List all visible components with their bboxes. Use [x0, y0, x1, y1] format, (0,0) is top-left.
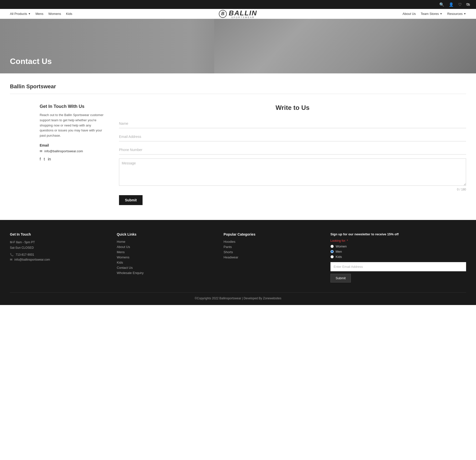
contact-form: 0 / 180 Submit [119, 119, 466, 205]
mail-icon: ✉ [10, 258, 12, 261]
copyright-text: ©Copyrights 2022 Ballinsportswear | Deve… [195, 297, 281, 300]
nav-right: About Us Team Stores ▼ Resources ▼ [403, 12, 466, 16]
message-textarea[interactable] [119, 158, 466, 186]
phone-icon: 📞 [10, 253, 14, 256]
footer-get-in-touch: Get In Touch M-F 8am - 5pm PT Sat-Sun CL… [10, 232, 107, 282]
footer-contact-title: Get In Touch [10, 232, 107, 236]
chevron-down-icon: ▼ [440, 12, 442, 15]
chevron-down-icon: ▼ [464, 12, 466, 15]
radio-women[interactable]: Women [330, 245, 466, 248]
newsletter-title: Sign up for our newsletter to receive 15… [330, 232, 466, 236]
footer-cat-shorts[interactable]: Shorts [224, 250, 321, 254]
nav-kids[interactable]: Kids [66, 12, 72, 16]
nav-about-us[interactable]: About Us [403, 12, 416, 16]
footer-popular-categories: Popular Categories Hoodies Pants Shorts … [224, 232, 321, 282]
hero-section: Contact Us [0, 19, 476, 73]
contact-email-link[interactable]: ✉ info@ballinsportswear.com [40, 149, 104, 153]
user-icon[interactable]: 👤 [449, 2, 454, 7]
contact-info-panel: Get In Touch With Us Reach out to the Ba… [10, 104, 104, 161]
footer-hours2: Sat-Sun CLOSED [10, 245, 107, 251]
looking-for-label: Looking for: * [330, 239, 466, 243]
footer-bottom: ©Copyrights 2022 Ballinsportswear | Deve… [10, 292, 466, 300]
radio-men[interactable]: Men [330, 250, 466, 253]
nav-resources[interactable]: Resources ▼ [447, 12, 466, 16]
top-bar: 🔍 👤 ♡ 🛍 [0, 0, 476, 9]
footer-link-home[interactable]: Home [117, 240, 214, 244]
facebook-icon[interactable]: f [40, 157, 41, 161]
section-title: Ballin Sportswear [10, 83, 466, 90]
footer-cat-pants[interactable]: Pants [224, 245, 321, 249]
search-icon[interactable]: 🔍 [439, 2, 444, 7]
footer-link-about[interactable]: About Us [117, 245, 214, 249]
envelope-icon: ✉ [40, 149, 42, 153]
newsletter-submit-button[interactable]: Submit [330, 274, 351, 282]
footer-quick-links-title: Quick Links [117, 232, 214, 236]
footer-quick-links: Quick Links Home About Us Mens Womens Ki… [117, 232, 214, 282]
email-label: Email [40, 143, 104, 147]
contact-form-panel: Write to Us 0 / 180 Submit [119, 104, 466, 205]
char-count: 0 / 180 [119, 188, 466, 191]
header: All Products ▼ Mens Womens Kids B BALLIN… [0, 9, 476, 19]
logo[interactable]: B BALLIN SPORTSWEAR [219, 9, 257, 19]
contact-email-text: info@ballinsportswear.com [44, 149, 83, 153]
logo-sub: SPORTSWEAR [229, 16, 257, 19]
hero-image [214, 19, 476, 73]
footer-cat-hoodies[interactable]: Hoodies [224, 240, 321, 244]
nav-all-products[interactable]: All Products ▼ [10, 12, 30, 16]
name-input[interactable] [119, 119, 466, 128]
form-title: Write to Us [119, 104, 466, 112]
submit-button[interactable]: Submit [119, 195, 143, 205]
footer-categories-title: Popular Categories [224, 232, 321, 236]
radio-kids[interactable]: Kids [330, 255, 466, 259]
nav-team-stores[interactable]: Team Stores ▼ [421, 12, 442, 16]
nav-mens[interactable]: Mens [35, 12, 43, 16]
footer-link-womens[interactable]: Womens [117, 255, 214, 259]
footer-grid: Get In Touch M-F 8am - 5pm PT Sat-Sun CL… [10, 232, 466, 282]
logo-b-icon: B [219, 10, 227, 18]
chevron-down-icon: ▼ [28, 12, 30, 15]
cart-icon[interactable]: 🛍 [466, 2, 470, 7]
footer-link-mens[interactable]: Mens [117, 250, 214, 254]
contact-description: Reach out to the Ballin Sportswear custo… [40, 113, 104, 138]
hero-title: Contact Us [0, 57, 52, 73]
footer-link-contact[interactable]: Contact Us [117, 266, 214, 270]
main-content: Ballin Sportswear Get In Touch With Us R… [0, 73, 476, 220]
radio-group: Women Men Kids [330, 245, 466, 259]
phone-input[interactable] [119, 145, 466, 154]
divider [10, 94, 466, 94]
email-input[interactable] [119, 132, 466, 141]
footer-phone: 713-817-9001 [16, 253, 34, 256]
heart-icon[interactable]: ♡ [458, 2, 462, 7]
footer-email: info@ballinsportswear.com [14, 258, 50, 261]
twitter-icon[interactable]: t [44, 157, 45, 161]
social-icons: f t in [40, 157, 104, 161]
footer: Get In Touch M-F 8am - 5pm PT Sat-Sun CL… [0, 220, 476, 305]
nav-womens[interactable]: Womens [48, 12, 61, 16]
footer-cat-headwear[interactable]: Headwear [224, 255, 321, 259]
footer-hours1: M-F 8am - 5pm PT [10, 240, 107, 245]
nav-left: All Products ▼ Mens Womens Kids [10, 12, 72, 16]
footer-link-wholesale[interactable]: Wholesale Enquiry [117, 271, 214, 275]
contact-heading: Get In Touch With Us [40, 104, 104, 109]
contact-layout: Get In Touch With Us Reach out to the Ba… [10, 104, 466, 205]
linkedin-icon[interactable]: in [48, 157, 51, 161]
footer-link-kids[interactable]: Kids [117, 261, 214, 264]
newsletter-email-input[interactable] [330, 262, 466, 271]
footer-newsletter: Sign up for our newsletter to receive 15… [330, 232, 466, 282]
